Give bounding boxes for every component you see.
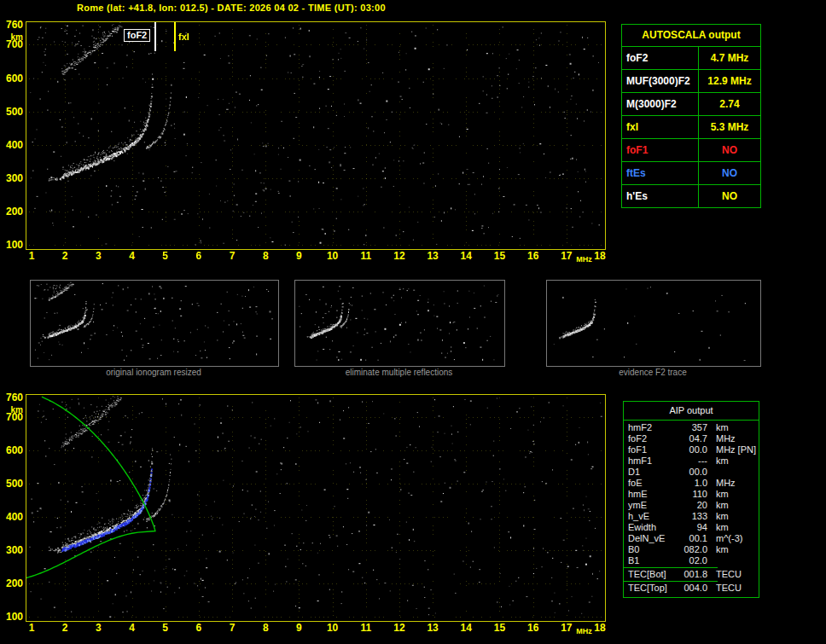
aip-row-value: 133 — [679, 511, 707, 522]
main-ionogram-canvas — [26, 22, 605, 249]
x-axis-tick: 17 — [561, 622, 572, 634]
aip-row: ymE20km — [624, 500, 759, 511]
x-axis-tick: 14 — [461, 622, 472, 634]
aip-tec-row: TEC[Top]004.0TECU — [624, 583, 759, 594]
autoscala-row-value: 4.7 MHz — [699, 47, 760, 69]
aip-row-unit: km — [716, 455, 729, 467]
x-axis-tick: 7 — [230, 622, 236, 634]
aip-row-label: D1 — [624, 467, 679, 478]
y-axis-tick: 300 — [1, 172, 23, 184]
x-axis-tick: 4 — [129, 250, 135, 262]
x-axis-tick: 18 — [594, 250, 605, 262]
aip-row-label: foF1 — [624, 444, 679, 455]
aip-row-label: foE — [624, 478, 679, 489]
aip-row-extra — [756, 511, 759, 522]
y-axis-tick: 500 — [1, 106, 23, 118]
x-axis-tick: 6 — [196, 250, 202, 262]
aip-row: DelN_vE00.1m^(-3) — [624, 533, 759, 544]
aip-row-label: h_vE — [624, 511, 679, 522]
station-date-title: Rome (lat: +41.8, lon: 012.5) - DATE: 20… — [77, 3, 386, 13]
x-axis-tick: 5 — [162, 622, 168, 634]
aip-row-extra: [PN] — [738, 444, 759, 455]
x-axis-tick: 15 — [494, 622, 505, 634]
x-axis-tick: 8 — [263, 250, 269, 262]
aip-row-extra — [756, 569, 759, 580]
x-axis-tick: 7 — [230, 250, 236, 262]
aip-row: Ewidth94km — [624, 522, 759, 533]
autoscala-row-label: ftEs — [622, 162, 699, 184]
autoscala-table-rows: foF24.7 MHzMUF(3000)F212.9 MHzM(3000)F22… — [622, 47, 760, 207]
thumbnail-caption-no-multiples: eliminate multiple reflections — [294, 368, 503, 377]
thumbnail-caption-f2-trace: evidence F2 trace — [546, 368, 759, 377]
y-axis-tick: 200 — [1, 206, 23, 218]
y-axis-tick: 100 — [1, 611, 23, 623]
aip-row-value: 94 — [679, 522, 707, 533]
aip-row-unit: MHz — [716, 433, 736, 444]
autoscala-row: h'EsNO — [622, 185, 760, 207]
aip-row-label: Ewidth — [624, 522, 679, 533]
x-axis-tick: 15 — [494, 250, 505, 262]
aip-row-value: 110 — [679, 489, 707, 500]
autoscala-row-label: foF1 — [622, 139, 699, 161]
profile-ionogram-plot — [26, 394, 606, 622]
x-axis-tick: 16 — [527, 250, 538, 262]
aip-row: D100.0 — [624, 467, 759, 478]
thumbnail-no-multiples-canvas — [295, 281, 503, 364]
aip-row-label: ymE — [624, 500, 679, 511]
aip-row-value: 02.0 — [679, 555, 707, 566]
autoscala-row: fxI5.3 MHz — [622, 116, 760, 139]
aip-row: B102.0 — [624, 555, 759, 566]
autoscala-row-label: fxI — [622, 116, 699, 138]
aip-row-value: 20 — [679, 500, 707, 511]
aip-row-value: 00.1 — [679, 533, 707, 544]
aip-row-unit: TECU — [716, 583, 742, 594]
aip-row-label: TEC[Bot] — [624, 569, 679, 580]
x-axis-tick: 9 — [296, 250, 302, 262]
tec-separator — [624, 581, 718, 582]
y-axis-unit: km — [1, 32, 23, 44]
x-axis-tick: 1 — [29, 622, 35, 634]
x-axis-tick: 14 — [461, 250, 472, 262]
aip-row-value: --- — [679, 455, 707, 467]
tec-separator — [624, 567, 718, 568]
aip-row-unit: km — [716, 422, 729, 433]
autoscala-row-value: 2.74 — [699, 93, 760, 115]
autoscala-row-value: NO — [699, 139, 760, 161]
autoscala-row-value: NO — [699, 162, 760, 184]
aip-row-unit: km — [716, 511, 729, 522]
x-axis-tick: 1 — [29, 250, 35, 262]
aip-tec-row: TEC[Bot]001.8TECU — [624, 569, 759, 580]
main-ionogram-plot: foF2 fxI — [26, 21, 606, 250]
y-axis-tick: 600 — [1, 73, 23, 84]
x-axis-tick: 8 — [263, 622, 269, 634]
aip-row-label: TEC[Top] — [624, 583, 679, 594]
x-axis-tick: 11 — [360, 250, 371, 262]
aip-row: B0082.0km — [624, 544, 759, 555]
aip-row-extra — [756, 422, 759, 433]
aip-row-unit: MHz — [716, 444, 736, 455]
aip-row-extra — [756, 583, 759, 594]
autoscala-row-value: NO — [699, 185, 760, 207]
y-axis-tick: 300 — [1, 544, 23, 556]
aip-row-label: hmF2 — [624, 422, 679, 433]
aip-row-value: 00.0 — [679, 467, 707, 478]
autoscala-row-value: 12.9 MHz — [699, 70, 760, 92]
aip-table-rows: hmF2357kmfoF204.7MHzfoF100.0MHz[PN]hmF1-… — [624, 422, 759, 594]
x-axis-tick: 5 — [162, 250, 168, 262]
x-axis-tick: 9 — [296, 622, 302, 634]
aip-row-extra — [756, 489, 759, 500]
aip-row-value: 082.0 — [679, 544, 707, 555]
y-axis-tick: 760 — [1, 392, 23, 403]
aip-row: foE1.0MHz — [624, 478, 759, 489]
foF2-marker-label: foF2 — [124, 29, 150, 42]
x-axis-tick: 6 — [196, 622, 202, 634]
autoscala-row-label: MUF(3000)F2 — [622, 70, 699, 92]
aip-row: foF204.7MHz — [624, 433, 759, 444]
autoscala-table-title: AUTOSCALA output — [622, 25, 760, 47]
y-axis-tick: 100 — [1, 239, 23, 251]
y-axis-tick: 760 — [1, 19, 23, 31]
y-axis-tick: 600 — [1, 444, 23, 456]
x-axis-tick: 13 — [427, 622, 438, 634]
autoscala-row-label: h'Es — [622, 185, 699, 207]
x-axis-tick: 3 — [96, 622, 102, 634]
